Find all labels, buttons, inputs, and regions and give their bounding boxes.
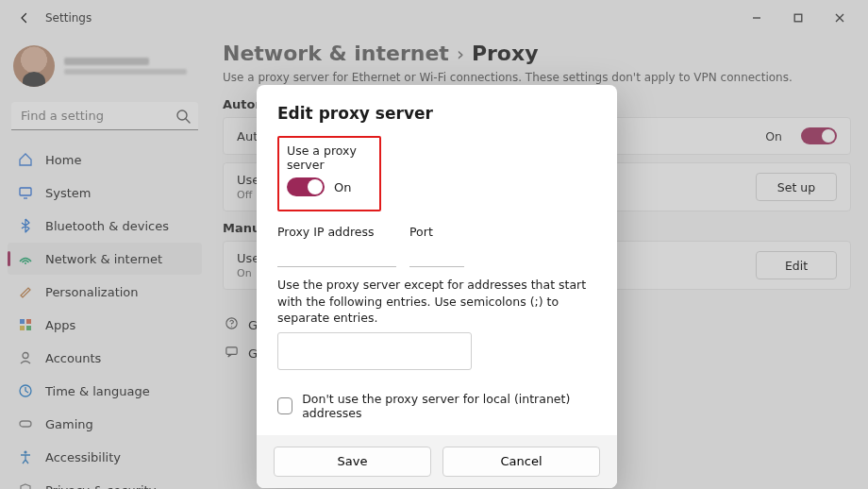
modal-footer: Save Cancel xyxy=(257,435,617,488)
intranet-checkbox[interactable] xyxy=(277,397,292,414)
edit-proxy-modal: Edit proxy server Use a proxy server On … xyxy=(257,85,617,488)
save-button[interactable]: Save xyxy=(274,447,431,477)
exclusions-input[interactable] xyxy=(277,332,472,370)
toggle-state-text: On xyxy=(334,180,351,194)
exclusions-hint: Use the proxy server except for addresse… xyxy=(277,277,596,327)
use-proxy-label: Use a proxy server xyxy=(287,143,370,172)
use-proxy-toggle[interactable] xyxy=(287,177,325,196)
modal-title: Edit proxy server xyxy=(277,104,596,123)
cancel-button[interactable]: Cancel xyxy=(442,447,600,477)
intranet-checkbox-label: Don't use the proxy server for local (in… xyxy=(302,392,596,420)
annotation-highlight: Use a proxy server On xyxy=(277,136,381,211)
proxy-ip-input[interactable] xyxy=(277,243,396,267)
proxy-port-input[interactable] xyxy=(409,243,464,267)
proxy-ip-label: Proxy IP address xyxy=(277,225,396,239)
proxy-port-label: Port xyxy=(409,225,464,239)
